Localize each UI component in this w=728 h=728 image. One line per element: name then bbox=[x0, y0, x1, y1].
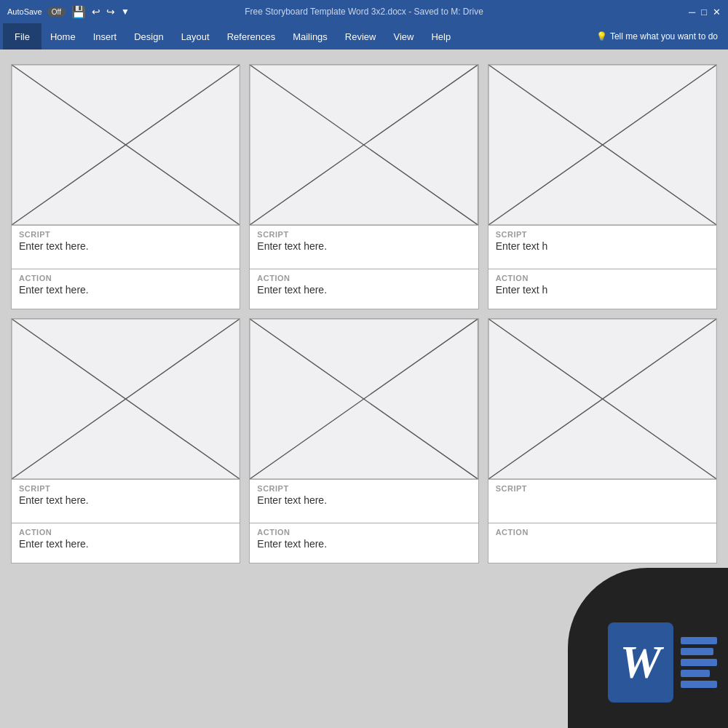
script-label-4: SCRIPT bbox=[19, 484, 232, 493]
script-section-4: SCRIPT Enter text here. bbox=[12, 479, 240, 523]
autosave-text: AutoSave bbox=[7, 7, 42, 16]
autosave-toggle[interactable]: Off bbox=[47, 7, 66, 17]
action-section-3: ACTION Enter text h bbox=[488, 269, 716, 309]
word-lines-decoration bbox=[681, 637, 717, 688]
frame-4 bbox=[12, 319, 240, 479]
minimize-button[interactable]: ─ bbox=[689, 7, 695, 17]
word-line-1 bbox=[681, 637, 717, 644]
action-text-1[interactable]: Enter text here. bbox=[19, 284, 232, 296]
action-section-6: ACTION bbox=[488, 523, 716, 563]
menu-help[interactable]: Help bbox=[422, 23, 459, 50]
frame-6 bbox=[488, 319, 716, 479]
word-logo: W bbox=[608, 622, 717, 703]
document-title: Free Storyboard Template Word 3x2.docx -… bbox=[245, 7, 483, 17]
script-text-2[interactable]: Enter text here. bbox=[257, 240, 470, 252]
frame-3 bbox=[488, 65, 716, 225]
script-text-4[interactable]: Enter text here. bbox=[19, 494, 232, 506]
window-controls: ─ □ ✕ bbox=[689, 7, 721, 17]
script-section-2: SCRIPT Enter text here. bbox=[250, 225, 478, 269]
frame-2 bbox=[250, 65, 478, 225]
storyboard-cell-3: SCRIPT Enter text h ACTION Enter text h bbox=[488, 64, 717, 309]
storyboard-cell-4: SCRIPT Enter text here. ACTION Enter tex… bbox=[11, 318, 240, 563]
menu-layout[interactable]: Layout bbox=[173, 23, 218, 50]
menu-view[interactable]: View bbox=[384, 23, 422, 50]
action-section-4: ACTION Enter text here. bbox=[12, 523, 240, 563]
action-label-2: ACTION bbox=[257, 274, 470, 282]
word-line-4 bbox=[681, 670, 710, 677]
menu-file[interactable]: File bbox=[3, 23, 41, 50]
menu-references[interactable]: References bbox=[218, 23, 284, 50]
action-text-3[interactable]: Enter text h bbox=[496, 284, 709, 296]
script-section-3: SCRIPT Enter text h bbox=[488, 225, 716, 269]
restore-button[interactable]: □ bbox=[701, 7, 707, 17]
menu-design[interactable]: Design bbox=[125, 23, 172, 50]
frame-5 bbox=[250, 319, 478, 479]
storyboard-cell-1: SCRIPT Enter text here. ACTION Enter tex… bbox=[11, 64, 240, 309]
storyboard-cell-6: SCRIPT ACTION bbox=[488, 318, 717, 563]
script-text-3[interactable]: Enter text h bbox=[496, 240, 709, 252]
menu-bar: File Home Insert Design Layout Reference… bbox=[0, 23, 728, 50]
action-label-6: ACTION bbox=[496, 528, 709, 537]
save-icon[interactable]: 💾 bbox=[71, 5, 86, 19]
storyboard-cell-5: SCRIPT Enter text here. ACTION Enter tex… bbox=[249, 318, 478, 563]
action-label-4: ACTION bbox=[19, 528, 232, 537]
script-label-1: SCRIPT bbox=[19, 230, 232, 239]
storyboard-grid: SCRIPT Enter text here. ACTION Enter tex… bbox=[11, 64, 717, 563]
tell-me-input[interactable]: 💡 Tell me what you want to do bbox=[589, 23, 725, 50]
action-label-5: ACTION bbox=[257, 528, 470, 537]
action-text-4[interactable]: Enter text here. bbox=[19, 538, 232, 550]
storyboard-cell-2: SCRIPT Enter text here. ACTION Enter tex… bbox=[249, 64, 478, 309]
title-bar: AutoSave Off 💾 ↩ ↪ ▼ Free Storyboard Tem… bbox=[0, 0, 728, 23]
menu-review[interactable]: Review bbox=[336, 23, 385, 50]
word-line-5 bbox=[681, 681, 717, 688]
tell-me-text: Tell me what you want to do bbox=[610, 31, 718, 41]
word-line-2 bbox=[681, 648, 713, 655]
autosave-label: AutoSave Off bbox=[7, 7, 66, 16]
word-watermark: W bbox=[568, 568, 728, 728]
word-w-letter: W bbox=[608, 622, 673, 703]
customize-icon[interactable]: ▼ bbox=[121, 7, 130, 17]
word-line-3 bbox=[681, 659, 717, 666]
lightbulb-icon: 💡 bbox=[596, 31, 607, 41]
document-area: SCRIPT Enter text here. ACTION Enter tex… bbox=[0, 50, 728, 728]
action-text-5[interactable]: Enter text here. bbox=[257, 538, 470, 550]
script-label-5: SCRIPT bbox=[257, 484, 470, 493]
script-section-1: SCRIPT Enter text here. bbox=[12, 225, 240, 269]
menu-mailings[interactable]: Mailings bbox=[284, 23, 336, 50]
script-section-5: SCRIPT Enter text here. bbox=[250, 479, 478, 523]
script-section-6: SCRIPT bbox=[488, 479, 716, 523]
action-section-5: ACTION Enter text here. bbox=[250, 523, 478, 563]
action-label-3: ACTION bbox=[496, 274, 709, 282]
action-text-2[interactable]: Enter text here. bbox=[257, 284, 470, 296]
action-section-1: ACTION Enter text here. bbox=[12, 269, 240, 309]
frame-1 bbox=[12, 65, 240, 225]
menu-insert[interactable]: Insert bbox=[84, 23, 126, 50]
script-text-1[interactable]: Enter text here. bbox=[19, 240, 232, 252]
undo-icon[interactable]: ↩ bbox=[92, 6, 100, 17]
script-text-5[interactable]: Enter text here. bbox=[257, 494, 470, 506]
close-button[interactable]: ✕ bbox=[713, 7, 721, 17]
redo-icon[interactable]: ↪ bbox=[106, 6, 115, 17]
script-label-2: SCRIPT bbox=[257, 230, 470, 239]
menu-home[interactable]: Home bbox=[41, 23, 84, 50]
action-section-2: ACTION Enter text here. bbox=[250, 269, 478, 309]
script-label-3: SCRIPT bbox=[496, 230, 709, 239]
title-bar-left: AutoSave Off 💾 ↩ ↪ ▼ bbox=[7, 5, 130, 19]
action-label-1: ACTION bbox=[19, 274, 232, 282]
script-label-6: SCRIPT bbox=[496, 484, 709, 493]
